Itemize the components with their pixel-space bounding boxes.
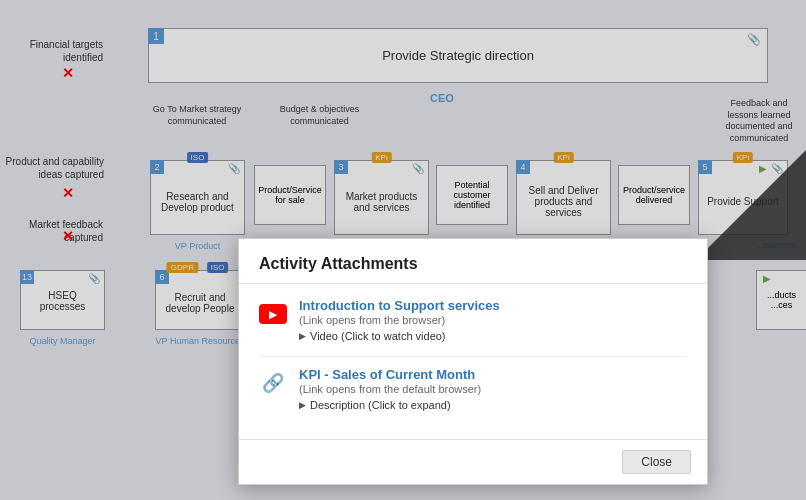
activity-attachments-modal: Activity Attachments ▶ Introduction to S… [238,238,708,485]
modal-body: ▶ Introduction to Support services (Link… [239,284,707,439]
youtube-icon-container: ▶ [259,300,287,328]
expand-text-1: Video (Click to watch video) [310,330,446,342]
attachment-item-1: ▶ Introduction to Support services (Link… [259,298,687,342]
modal-footer: Close [239,439,707,484]
modal-title: Activity Attachments [259,255,687,273]
attachment-expand-2[interactable]: ▶ Description (Click to expand) [299,399,687,411]
attachment-title-2[interactable]: KPI - Sales of Current Month [299,367,687,382]
attachment-expand-1[interactable]: ▶ Video (Click to watch video) [299,330,687,342]
modal-header: Activity Attachments [239,239,707,284]
divider-1 [259,356,687,357]
link-icon-container: 🔗 [259,369,287,397]
expand-arrow-1: ▶ [299,331,306,341]
attachment-content-2: KPI - Sales of Current Month (Link opens… [299,367,687,411]
expand-arrow-2: ▶ [299,400,306,410]
attachment-item-2: 🔗 KPI - Sales of Current Month (Link ope… [259,367,687,411]
attachment-subtitle-1: (Link opens from the browser) [299,314,687,326]
close-button[interactable]: Close [622,450,691,474]
expand-text-2: Description (Click to expand) [310,399,451,411]
attachment-subtitle-2: (Link opens from the default browser) [299,383,687,395]
attachment-content-1: Introduction to Support services (Link o… [299,298,687,342]
link-icon: 🔗 [262,374,284,392]
attachment-title-1[interactable]: Introduction to Support services [299,298,687,313]
youtube-icon: ▶ [259,304,287,324]
